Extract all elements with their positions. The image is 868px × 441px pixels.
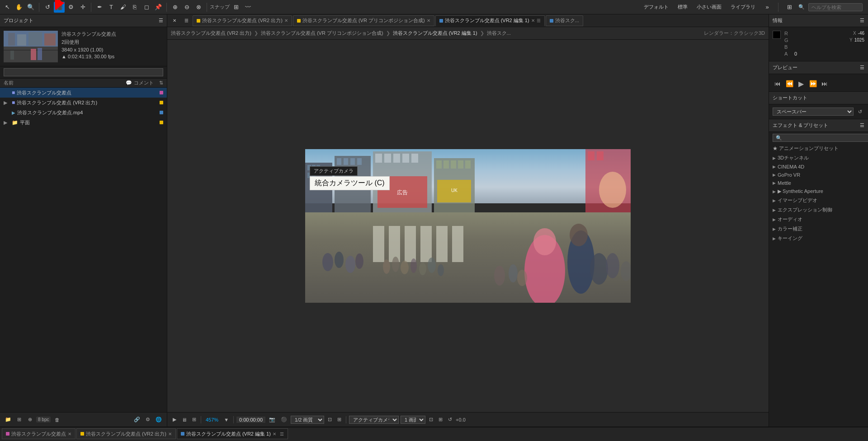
breadcrumb-item-1[interactable]: 渋谷スクランブル交差点 (VR2 出力) (171, 30, 251, 37)
resize-btn[interactable]: ⊞ (335, 416, 343, 423)
ttab-close-3[interactable]: ✕ (273, 432, 276, 436)
preview-step-back-btn[interactable]: ⏪ (784, 79, 794, 89)
add-vertex-btn[interactable]: ⊕ (170, 2, 180, 13)
anchor-btn[interactable]: ✛ (77, 2, 88, 13)
tab-close-3[interactable]: ✕ (531, 18, 535, 23)
select-tool-btn[interactable]: ↖ (2, 2, 13, 13)
ttab-close-2[interactable]: ✕ (168, 432, 172, 436)
toggle-btn[interactable]: ⊡ (326, 416, 334, 423)
motion-btn[interactable]: 〰 (242, 2, 253, 13)
tab-close-1[interactable]: ✕ (284, 18, 288, 23)
new-folder-btn[interactable]: 📁 (4, 415, 13, 424)
breadcrumb-item-4[interactable]: 渋谷スク... (487, 30, 511, 37)
effects-cat-mettle[interactable]: ▶ Mettle (769, 179, 868, 187)
project-menu-btn[interactable]: ☰ (159, 18, 163, 23)
effects-cat-gopro[interactable]: ▶ GoPro VR (769, 171, 868, 179)
project-search-input[interactable] (4, 68, 163, 76)
snap-photo-btn[interactable]: 📷 (267, 416, 277, 423)
ttab-close-1[interactable]: ✕ (68, 432, 71, 436)
effects-cat-immersive[interactable]: ▶ イマーシブビデオ (769, 196, 868, 205)
earth-btn[interactable]: 🌐 (154, 415, 163, 424)
preview-step-fwd-btn[interactable]: ⏩ (808, 79, 818, 89)
text-tool-btn[interactable]: T (106, 2, 117, 13)
rotate-tool-btn[interactable]: ↺ (42, 2, 53, 13)
effects-cat-keying[interactable]: ▶ キーイング (769, 234, 868, 243)
timeline-tab-2[interactable]: 渋谷スクランブル交差点 (VR2 出力) ✕ (76, 428, 176, 439)
comp-tab-3[interactable]: 渋谷スクランブル交差点 (VR2 編集 1) ✕ ☰ (435, 15, 545, 26)
preset-small-btn[interactable]: 小さい画面 (694, 3, 724, 11)
project-item-4[interactable]: ▶ 📁 平面 (0, 117, 167, 127)
hand-tool-btn[interactable]: ✋ (14, 2, 24, 13)
zoom-tool-btn[interactable]: 🔍 (25, 2, 36, 13)
trash-btn[interactable]: 🗑 (52, 415, 61, 424)
convert-btn[interactable]: ⊗ (193, 2, 204, 13)
cat-label-expression: エクスプレッション制御 (778, 206, 832, 213)
svg-rect-34 (436, 160, 442, 169)
link-btn[interactable]: 🔗 (132, 415, 142, 424)
del-vertex-btn[interactable]: ⊖ (181, 2, 192, 13)
comp-tab-icon-btn[interactable]: ☰ (181, 15, 192, 26)
shortcut-reset-btn[interactable]: ↺ (855, 107, 864, 116)
viewer-monitor-btn[interactable]: 🖥 (180, 417, 189, 423)
settings-btn[interactable]: ⚙ (143, 415, 152, 424)
project-item-3[interactable]: ▶ 渋谷スクランブル交差点.mp4 (0, 108, 167, 117)
breadcrumb-item-3[interactable]: 渋谷スクランブル交差点 (VR2 編集 1) (393, 30, 477, 37)
effects-menu-btn[interactable]: ☰ (860, 122, 864, 128)
comp-tab-4[interactable]: 渋谷スク... (546, 15, 583, 26)
project-item-2[interactable]: ▶ ■ 渋谷スクランブル交差点 (VR2 出力) (0, 98, 167, 108)
effects-cat-audio[interactable]: ▶ オーディオ (769, 215, 868, 224)
quality-btn[interactable]: ⚫ (279, 416, 289, 423)
project-item-1[interactable]: ■ 渋谷スクランブル交差点 (0, 88, 167, 98)
comp-tab-1[interactable]: 渋谷スクランブル交差点 (VR2 出力) ✕ (193, 15, 292, 26)
new-item-btn[interactable]: ⊕ (25, 415, 34, 424)
preset-default-btn[interactable]: デフォルト (641, 3, 671, 11)
eraser-tool-btn[interactable]: ◻ (141, 2, 152, 13)
tab-close-2[interactable]: ✕ (427, 18, 430, 23)
stereo-btn[interactable]: ⊞ (437, 416, 444, 423)
screens-select[interactable]: 1 画面 (401, 416, 425, 424)
effects-cat-synthetic[interactable]: ▶ ▶ Synthetic Aperture (769, 187, 868, 196)
preset-standard-btn[interactable]: 標準 (675, 3, 690, 11)
effects-cat-3dchannel[interactable]: ▶ 3Dチャンネル (769, 153, 868, 163)
camera-tool-btn[interactable]: 🎥 (54, 2, 65, 13)
camera-select[interactable]: アクティブカメラ (349, 416, 399, 424)
breadcrumb-item-2[interactable]: 渋谷スクランブル交差点 (VR プリコンポジション合成) (261, 30, 383, 37)
comp-tab-2[interactable]: 渋谷スクランブル交差点 (VR プリコンポジション合成) ✕ (293, 15, 434, 26)
quality-select[interactable]: 1/2 画質 完全画質 1/4 画質 (291, 416, 324, 424)
preview-play-btn[interactable]: ▶ (796, 79, 806, 89)
viewer-grid-btn[interactable]: ⊞ (190, 416, 198, 423)
new-comp-btn[interactable]: ⊞ (14, 415, 24, 424)
reset-btn[interactable]: ↺ (446, 416, 454, 423)
effects-cat-color[interactable]: ▶ カラー補正 (769, 224, 868, 234)
effects-search-input[interactable] (773, 134, 868, 142)
effects-cat-expression[interactable]: ▶ エクスプレッション制御 (769, 205, 868, 215)
preview-skip-back-btn[interactable]: ⏮ (773, 79, 783, 89)
3d-view-btn[interactable]: ⊡ (427, 416, 435, 423)
preset-more-btn[interactable]: » (762, 2, 773, 13)
ttab-menu-3[interactable]: ☰ (280, 432, 284, 436)
viewer-preview-btn[interactable]: ▶ (171, 416, 178, 423)
timeline-tab-3[interactable]: 渋谷スクランブル交差点 (VR2 編集 1) ✕ ☰ (177, 428, 288, 439)
effects-cat-cinema4d[interactable]: ▶ CINEMA 4D (769, 163, 868, 171)
workspace-btn[interactable]: ⊞ (784, 2, 795, 13)
preset-library-btn[interactable]: ライブラリ (728, 3, 758, 11)
shortcut-select[interactable]: スペースバー (773, 108, 854, 116)
comp-title-info: 渋谷スクランブル交差点 (61, 31, 116, 38)
puppet-tool-btn[interactable]: 📌 (153, 2, 164, 13)
timeline-tab-1[interactable]: 渋谷スクランブル交差点 ✕ (2, 428, 75, 439)
close-comp-btn[interactable]: ✕ (169, 15, 180, 26)
viewer-area[interactable]: 広告 UK (167, 40, 769, 412)
tab-menu-3[interactable]: ☰ (537, 18, 541, 23)
preview-skip-fwd-btn[interactable]: ⏭ (820, 79, 830, 89)
snap-btn[interactable]: ⊞ (231, 2, 241, 13)
cat-label-immersive: イマーシブビデオ (778, 197, 817, 204)
zoom-dropdown-btn[interactable]: ▼ (222, 417, 231, 423)
effects-cat-animation[interactable]: ★ アニメーションプリセット (769, 144, 868, 153)
preview-menu-btn[interactable]: ☰ (860, 65, 864, 70)
pen-tool-btn[interactable]: ✒ (94, 2, 105, 13)
help-search-input[interactable] (808, 3, 863, 11)
info-menu-btn[interactable]: ☰ (860, 18, 864, 23)
brush-tool-btn[interactable]: 🖌 (118, 2, 128, 13)
clone-tool-btn[interactable]: ⎘ (129, 2, 140, 13)
unified-camera-btn[interactable]: ⚙ (66, 2, 76, 13)
